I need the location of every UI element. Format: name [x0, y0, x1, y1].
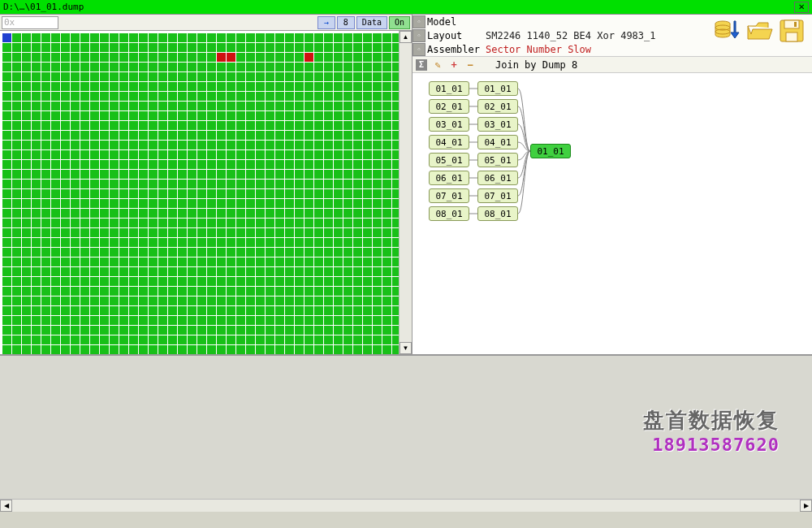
block-cell[interactable] [266, 296, 274, 305]
block-cell[interactable] [256, 209, 265, 218]
block-cell[interactable] [314, 238, 323, 247]
block-cell[interactable] [61, 102, 70, 110]
block-cell[interactable] [227, 53, 235, 62]
block-cell[interactable] [119, 102, 128, 110]
block-cell[interactable] [382, 267, 391, 276]
block-cell[interactable] [139, 209, 148, 218]
block-cell[interactable] [266, 180, 274, 188]
block-cell[interactable] [353, 296, 362, 305]
block-cell[interactable] [275, 267, 284, 276]
block-cell[interactable] [139, 306, 148, 315]
block-cell[interactable] [2, 53, 11, 62]
block-cell[interactable] [51, 238, 60, 247]
block-cell[interactable] [188, 267, 197, 276]
block-cell[interactable] [382, 326, 391, 335]
block-cell[interactable] [343, 43, 352, 52]
block-cell[interactable] [32, 326, 41, 335]
block-cell[interactable] [2, 326, 11, 335]
block-cell[interactable] [285, 141, 294, 149]
block-cell[interactable] [41, 238, 50, 247]
block-cell[interactable] [178, 287, 187, 296]
block-cell[interactable] [334, 316, 343, 325]
block-cell[interactable] [168, 180, 177, 188]
block-cell[interactable] [51, 228, 60, 237]
block-cell[interactable] [285, 170, 294, 179]
block-cell[interactable] [110, 219, 119, 227]
block-cell[interactable] [324, 92, 333, 101]
block-cell[interactable] [227, 219, 235, 227]
block-cell[interactable] [266, 92, 274, 101]
block-cell[interactable] [90, 248, 99, 257]
block-cell[interactable] [90, 63, 99, 71]
block-cell[interactable] [236, 287, 245, 296]
block-cell[interactable] [168, 219, 177, 227]
block-cell[interactable] [363, 287, 372, 296]
block-cell[interactable] [382, 131, 391, 140]
block-cell[interactable] [188, 258, 197, 266]
block-cell[interactable] [266, 72, 274, 81]
block-cell[interactable] [32, 72, 41, 81]
block-cell[interactable] [41, 277, 50, 286]
block-cell[interactable] [158, 267, 167, 276]
block-cell[interactable] [285, 43, 294, 52]
block-cell[interactable] [197, 92, 206, 101]
block-cell[interactable] [275, 209, 284, 218]
block-cell[interactable] [256, 92, 265, 101]
block-cell[interactable] [71, 209, 80, 218]
block-cell[interactable] [227, 326, 235, 335]
block-cell[interactable] [168, 199, 177, 208]
block-cell[interactable] [41, 131, 50, 140]
block-cell[interactable] [285, 63, 294, 71]
block-cell[interactable] [129, 72, 138, 81]
block-cell[interactable] [129, 131, 138, 140]
block-cell[interactable] [266, 63, 274, 71]
block-cell[interactable] [32, 82, 41, 91]
block-cell[interactable] [71, 248, 80, 257]
block-cell[interactable] [324, 326, 333, 335]
block-cell[interactable] [12, 82, 21, 91]
block-cell[interactable] [32, 296, 41, 305]
block-cell[interactable] [178, 335, 187, 344]
block-cell[interactable] [2, 199, 11, 208]
block-cell[interactable] [334, 228, 343, 237]
block-cell[interactable] [178, 170, 187, 179]
block-cell[interactable] [188, 43, 197, 52]
block-cell[interactable] [353, 277, 362, 286]
block-cell[interactable] [168, 189, 177, 198]
block-cell[interactable] [51, 258, 60, 266]
block-cell[interactable] [217, 238, 226, 247]
block-cell[interactable] [197, 33, 206, 42]
block-cell[interactable] [188, 160, 197, 169]
block-cell[interactable] [158, 63, 167, 71]
block-cell[interactable] [80, 219, 89, 227]
block-cell[interactable] [324, 345, 333, 354]
block-cell[interactable] [90, 219, 99, 227]
block-cell[interactable] [100, 180, 109, 188]
block-cell[interactable] [207, 121, 216, 130]
block-cell[interactable] [304, 228, 313, 237]
block-cell[interactable] [373, 92, 382, 101]
block-cell[interactable] [353, 33, 362, 42]
block-cell[interactable] [324, 170, 333, 179]
block-cell[interactable] [236, 296, 245, 305]
block-cell[interactable] [168, 53, 177, 62]
block-cell[interactable] [119, 43, 128, 52]
block-cell[interactable] [100, 296, 109, 305]
block-cell[interactable] [139, 121, 148, 130]
block-cell[interactable] [207, 209, 216, 218]
block-cell[interactable] [304, 287, 313, 296]
block-cell[interactable] [139, 287, 148, 296]
block-cell[interactable] [100, 150, 109, 159]
block-cell[interactable] [304, 72, 313, 81]
block-cell[interactable] [178, 258, 187, 266]
block-cell[interactable] [285, 121, 294, 130]
block-cell[interactable] [304, 92, 313, 101]
block-cell[interactable] [324, 121, 333, 130]
block-cell[interactable] [51, 335, 60, 344]
block-cell[interactable] [61, 72, 70, 81]
block-cell[interactable] [90, 121, 99, 130]
block-cell[interactable] [324, 63, 333, 71]
block-cell[interactable] [363, 326, 372, 335]
block-cell[interactable] [334, 131, 343, 140]
block-cell[interactable] [324, 316, 333, 325]
